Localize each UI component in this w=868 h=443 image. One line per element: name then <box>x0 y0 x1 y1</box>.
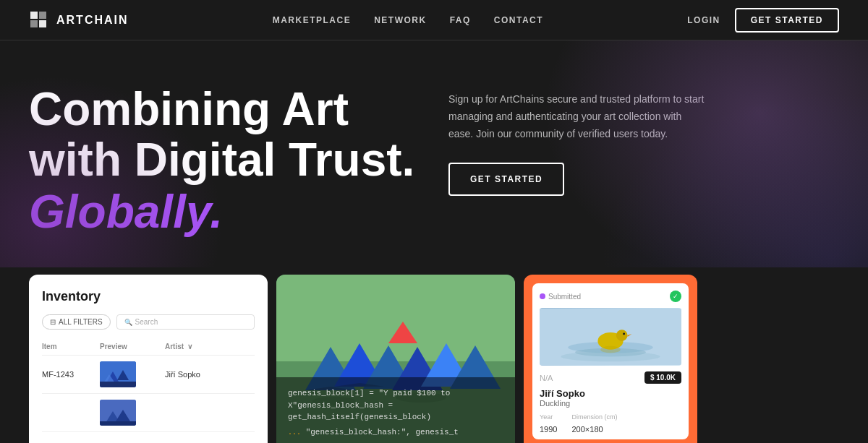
cards-section: Inventory ⊟ ALL FILTERS 🔍 Search Item Pr… <box>0 275 868 443</box>
dimension-label: Dimension (cm) <box>571 413 617 421</box>
check-icon: ✓ <box>670 291 681 302</box>
code-line-3: get_hash_itself(genesis_block) <box>288 411 503 423</box>
row-artist: Jiří Sopko <box>165 370 255 379</box>
card-code: genesis_block[1] = "Y paid $100 to X"gen… <box>276 275 515 443</box>
card-inventory: Inventory ⊟ ALL FILTERS 🔍 Search Item Pr… <box>29 275 268 443</box>
hero-left: Combining Art with Digital Trust. Global… <box>29 84 448 238</box>
nav-network[interactable]: NETWORK <box>374 15 427 25</box>
detail-artwork-name: Duckling <box>540 399 681 408</box>
submitted-label: Submitted <box>548 293 581 301</box>
row-preview-2 <box>100 400 165 426</box>
year-label: Year <box>540 413 557 421</box>
submitted-dot <box>540 293 545 299</box>
thumb-svg <box>100 361 136 387</box>
dimension-value: 200×180 <box>571 425 603 434</box>
svg-rect-1 <box>39 12 46 19</box>
table-header: Item Preview Artist ∨ <box>42 338 255 356</box>
code-text: genesis_block[1] = "Y paid $100 to X"gen… <box>288 387 503 423</box>
thumb-svg-2 <box>100 400 136 426</box>
svg-rect-0 <box>30 12 38 19</box>
inventory-toolbar: ⊟ ALL FILTERS 🔍 Search <box>42 314 255 330</box>
hero-description: Sign up for ArtChains secure and trusted… <box>448 91 709 142</box>
logo-text: ARTCHAIN <box>56 14 129 27</box>
price-row: N/A $ 10.0K <box>540 371 681 384</box>
detail-artist: Jiří Sopko <box>540 388 681 399</box>
artwork-thumbnail <box>100 361 136 387</box>
row-id: MF-1243 <box>42 370 100 379</box>
login-button[interactable]: LOGIN <box>687 15 720 25</box>
col-preview-header: Preview <box>100 343 165 350</box>
search-box[interactable]: 🔍 Search <box>116 314 255 330</box>
col-item-header: Item <box>42 343 100 350</box>
svg-point-31 <box>616 330 628 342</box>
inventory-title: Inventory <box>42 289 255 304</box>
hero-right: Sign up for ArtChains secure and trusted… <box>448 84 839 196</box>
detail-na: N/A <box>540 374 553 382</box>
navigation: ARTCHAIN MARKETPLACE NETWORK FAQ CONTACT… <box>0 0 868 40</box>
filter-icon: ⊟ <box>50 318 56 326</box>
code-comment: ... "genesis_block_hash:", genesis_t <box>288 426 503 439</box>
submitted-badge: Submitted <box>540 293 581 301</box>
get-started-nav-button[interactable]: GET STARTED <box>735 8 839 33</box>
svg-point-33 <box>623 333 625 335</box>
nav-actions: LOGIN GET STARTED <box>687 8 839 33</box>
code-overlay: genesis_block[1] = "Y paid $100 to X"gen… <box>276 377 515 443</box>
artwork-thumb <box>540 308 681 366</box>
svg-rect-2 <box>30 20 38 27</box>
filter-button[interactable]: ⊟ ALL FILTERS <box>42 314 111 330</box>
logo-icon <box>29 10 49 30</box>
svg-point-34 <box>600 346 620 353</box>
hero-title-italic: Globally. <box>29 186 223 238</box>
logo[interactable]: ARTCHAIN <box>29 10 129 30</box>
row-preview <box>100 361 165 387</box>
table-row-2 <box>42 394 255 432</box>
nav-faq[interactable]: FAQ <box>450 15 471 25</box>
detail-meta: Year 1990 Dimension (cm) 200×180 <box>540 413 681 435</box>
code-comment-highlight: ... <box>288 429 301 436</box>
svg-rect-8 <box>100 382 136 387</box>
nav-marketplace[interactable]: MARKETPLACE <box>273 15 352 25</box>
meta-year: Year 1990 <box>540 413 557 435</box>
svg-point-29 <box>561 352 660 362</box>
code-line-2: X"genesis_block_hash = <box>288 400 503 412</box>
nav-links: MARKETPLACE NETWORK FAQ CONTACT <box>273 15 543 25</box>
filter-label: ALL FILTERS <box>59 318 103 326</box>
year-value: 1990 <box>540 425 557 434</box>
search-placeholder: Search <box>135 318 158 326</box>
detail-submitted-row: Submitted ✓ <box>540 291 681 302</box>
artwork-thumbnail-2 <box>100 400 136 426</box>
nav-contact[interactable]: CONTACT <box>494 15 543 25</box>
svg-rect-3 <box>39 20 46 27</box>
hero-title: Combining Art with Digital Trust. Global… <box>29 84 420 238</box>
detail-card-inner: Submitted ✓ <box>532 283 689 439</box>
card-detail: Submitted ✓ <box>524 275 697 443</box>
svg-rect-12 <box>100 421 136 426</box>
table-row: MF-1243 Jiří Sopko <box>42 356 255 394</box>
search-icon: 🔍 <box>124 319 132 326</box>
artwork-svg <box>540 308 681 366</box>
code-line-1: genesis_block[1] = "Y paid $100 to <box>288 387 503 400</box>
col-artist-header: Artist ∨ <box>165 343 255 350</box>
hero-cta-button[interactable]: GET STARTED <box>448 163 564 196</box>
meta-dimension: Dimension (cm) 200×180 <box>571 413 617 435</box>
price-badge: $ 10.0K <box>644 371 681 384</box>
hero-section: Combining Art with Digital Trust. Global… <box>0 40 868 267</box>
